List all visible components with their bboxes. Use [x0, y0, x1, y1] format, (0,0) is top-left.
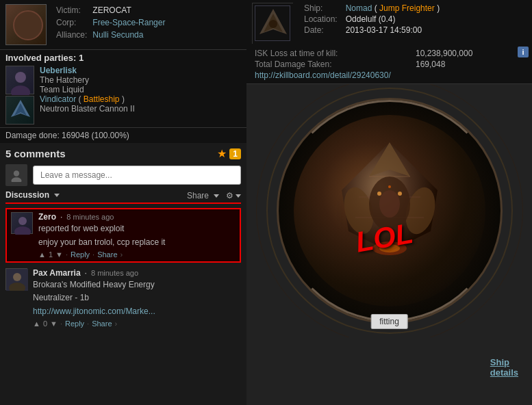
ship-details-link[interactable]: Ship details	[490, 357, 518, 378]
vote-count-2: 0	[43, 319, 47, 328]
ship-info-bar: Ship: Nomad ( Jump Freighter ) Location:…	[246, 0, 532, 47]
attacker-info: Ueberlisk The Hatchery Team Liquid Vindi…	[40, 66, 241, 114]
dot-sep-1: ·	[60, 212, 62, 222]
comment-text-2b: Neutralizer - 1b	[33, 292, 241, 304]
ship-type-text: Jump Freighter	[379, 3, 435, 13]
sep-5: ·	[87, 319, 89, 328]
isk-loss-value: 10,238,900,000	[413, 48, 527, 59]
discussion-label: Discussion	[5, 190, 49, 200]
vote-up-2[interactable]: ▲	[33, 319, 40, 328]
comment-user-avatar	[5, 164, 27, 186]
svg-point-9	[13, 273, 21, 281]
damage-taken-label: Total Damage Taken:	[252, 59, 413, 70]
ship-name-link[interactable]: Nomad	[346, 3, 372, 13]
comment-username-1[interactable]: Zero	[38, 212, 56, 222]
comment-content-1: Zero · 8 minutes ago reported for web ex…	[38, 212, 236, 259]
comment-avatar-1	[11, 212, 33, 234]
comment-text-1b: enjoy your ban trolol, ccp replace it	[38, 237, 236, 248]
svg-point-28	[398, 192, 402, 196]
alliance-name: Nulli Secunda	[90, 29, 168, 41]
alliance-link[interactable]: Nulli Secunda	[92, 30, 143, 40]
svg-marker-13	[264, 14, 283, 32]
attacker-corp[interactable]: The Hatchery	[40, 75, 241, 85]
fitting-button[interactable]: fitting	[370, 314, 408, 329]
attacker-name[interactable]: Ueberlisk	[40, 66, 241, 75]
isk-loss-label: ISK Loss at time of kill:	[252, 48, 413, 59]
paren-close: )	[122, 94, 125, 104]
svg-point-6	[18, 217, 27, 225]
svg-point-21	[379, 244, 400, 252]
svg-point-4	[14, 170, 19, 176]
tab-share[interactable]: Share	[187, 191, 219, 200]
comment-link-2c[interactable]: http://www.jitonomic.com/Marke...	[33, 306, 241, 317]
info-icon[interactable]: i	[518, 47, 529, 57]
reply-link-1[interactable]: Reply	[71, 250, 90, 259]
involved-list: Ueberlisk The Hatchery Team Liquid Vindi…	[5, 66, 241, 125]
svg-point-18	[339, 184, 378, 237]
victim-name: ZEROCAT	[90, 4, 168, 16]
svg-rect-11	[253, 3, 294, 44]
star-count: 1	[229, 148, 241, 159]
svg-marker-12	[259, 9, 287, 34]
sep-1: ·	[66, 250, 68, 259]
vote-down-2[interactable]: ▼	[50, 319, 58, 328]
attacker-team[interactable]: Team Liquid	[40, 85, 241, 94]
ship-details-table: Ship: Nomad ( Jump Freighter ) Location:…	[300, 3, 444, 44]
tab-gear[interactable]: ⚙	[226, 191, 241, 200]
damage-line: Damage done: 169048 (100.00%)	[0, 128, 246, 143]
svg-point-15	[335, 170, 444, 252]
share-label: Share	[187, 191, 209, 200]
corp-link[interactable]: Free-Space-Ranger	[92, 18, 165, 27]
comment-username-2[interactable]: Pax Amarria	[33, 268, 81, 278]
damage-label: Damage done:	[5, 131, 60, 140]
comment-content-2: Pax Amarria · 8 minutes ago Brokara's Mo…	[33, 268, 241, 328]
svg-marker-17	[369, 142, 410, 177]
star-icon[interactable]: ★	[217, 147, 227, 160]
comment-input-row	[5, 164, 241, 186]
vote-count-1: 1	[49, 250, 53, 259]
involved-section: Involved parties: 1	[0, 50, 246, 128]
vote-up-1[interactable]: ▲	[38, 250, 46, 259]
attacker-avatar-person	[5, 66, 34, 94]
comments-header: 5 comments ★ 1	[5, 147, 241, 160]
share-link-1[interactable]: Share	[97, 250, 117, 259]
kill-stats: ISK Loss at time of kill: 10,238,900,000…	[246, 47, 532, 84]
ship-svg	[301, 122, 479, 300]
sep-4: ·	[60, 319, 62, 328]
ship-type-paren-close: )	[437, 3, 440, 13]
zkillboard-link[interactable]: http://zkillboard.com/detail/29240630/	[255, 70, 391, 80]
comments-section: 5 comments ★ 1 Discussion	[0, 143, 246, 335]
share-link-2[interactable]: Share	[92, 319, 112, 328]
alliance-label: Alliance:	[53, 29, 90, 41]
involved-title: Involved parties: 1	[5, 53, 241, 63]
comment-input-field[interactable]	[33, 166, 241, 185]
comment-avatar-2	[5, 268, 27, 290]
vote-down-1[interactable]: ▼	[55, 250, 63, 259]
attacker-avatar-ship	[5, 96, 34, 125]
victim-avatar	[5, 4, 47, 45]
comments-tabs: Discussion Share ⚙	[5, 190, 241, 204]
ship-circle	[277, 98, 503, 324]
date-label: Date:	[300, 25, 342, 36]
comments-star: ★ 1	[217, 147, 241, 160]
tab-discussion[interactable]: Discussion	[5, 190, 60, 204]
dot-sep-2: ·	[85, 268, 87, 278]
victim-label: Victim:	[53, 4, 90, 16]
svg-point-7	[14, 226, 31, 235]
location-value[interactable]: Oddelulf (0.4)	[342, 14, 444, 25]
attacker-weapon[interactable]: Neutron Blaster Cannon II	[40, 104, 241, 114]
right-panel: Ship: Nomad ( Jump Freighter ) Location:…	[246, 0, 532, 405]
sep-3: ›	[121, 250, 123, 259]
attacker-ship-type: Battleship	[84, 94, 120, 104]
svg-point-26	[379, 190, 400, 218]
svg-point-20	[372, 241, 407, 255]
involved-avatars	[5, 66, 34, 125]
reply-link-2[interactable]: Reply	[65, 319, 84, 328]
corp-label: Corp:	[53, 16, 90, 29]
comments-title: 5 comments	[5, 148, 66, 159]
involved-title-text: Involved parties:	[5, 53, 76, 63]
paren-open: (	[79, 94, 81, 104]
svg-point-29	[388, 185, 391, 188]
gear-chevron-icon	[236, 194, 241, 198]
attacker-ship-name[interactable]: Vindicator	[40, 94, 76, 104]
